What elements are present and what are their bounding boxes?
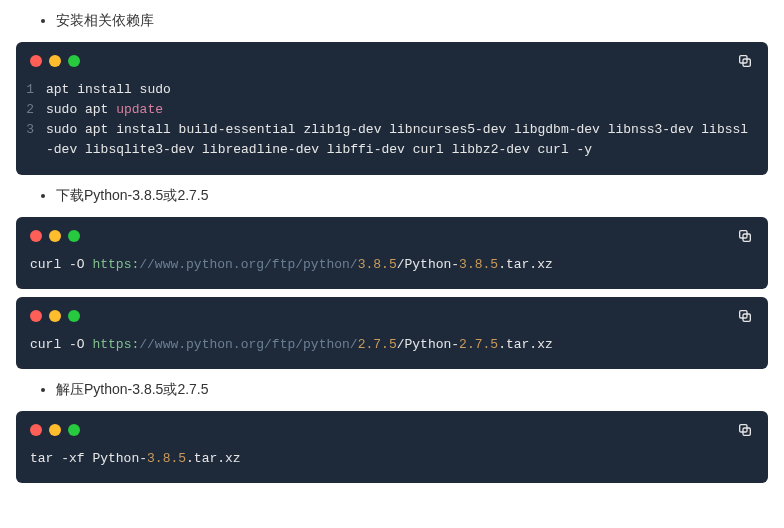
window-dot-yellow xyxy=(49,55,61,67)
bullet-item-download-python: 下载Python-3.8.5或2.7.5 xyxy=(56,187,784,205)
line-number: 3 xyxy=(16,120,46,160)
code-line: 2 sudo apt update xyxy=(16,100,768,120)
code-header xyxy=(16,42,768,74)
window-dot-yellow xyxy=(49,230,61,242)
code-body: curl -O https://www.python.org/ftp/pytho… xyxy=(16,249,768,289)
traffic-lights xyxy=(30,310,80,322)
code-text: sudo apt update xyxy=(46,100,768,120)
copy-icon[interactable] xyxy=(736,227,754,245)
code-block-curl-275: curl -O https://www.python.org/ftp/pytho… xyxy=(16,297,768,369)
line-number: 1 xyxy=(16,80,46,100)
code-block-curl-385: curl -O https://www.python.org/ftp/pytho… xyxy=(16,217,768,289)
window-dot-red xyxy=(30,424,42,436)
bullet-list: 下载Python-3.8.5或2.7.5 xyxy=(0,187,784,205)
window-dot-green xyxy=(68,230,80,242)
window-dot-yellow xyxy=(49,424,61,436)
copy-icon[interactable] xyxy=(736,307,754,325)
code-body: tar -xf Python-3.8.5.tar.xz xyxy=(16,443,768,483)
window-dot-green xyxy=(68,55,80,67)
copy-icon[interactable] xyxy=(736,52,754,70)
code-header xyxy=(16,217,768,249)
window-dot-red xyxy=(30,230,42,242)
code-block-install-deps: 1 apt install sudo 2 sudo apt update 3 s… xyxy=(16,42,768,175)
bullet-list: 安装相关依赖库 xyxy=(0,12,784,30)
window-dot-red xyxy=(30,55,42,67)
code-text: apt install sudo xyxy=(46,80,768,100)
window-dot-green xyxy=(68,424,80,436)
code-block-tar-xf: tar -xf Python-3.8.5.tar.xz xyxy=(16,411,768,483)
code-line: 3 sudo apt install build-essential zlib1… xyxy=(16,120,768,160)
copy-icon[interactable] xyxy=(736,421,754,439)
bullet-list: 解压Python-3.8.5或2.7.5 xyxy=(0,381,784,399)
traffic-lights xyxy=(30,424,80,436)
code-body: 1 apt install sudo 2 sudo apt update 3 s… xyxy=(16,74,768,175)
code-header xyxy=(16,297,768,329)
window-dot-yellow xyxy=(49,310,61,322)
traffic-lights xyxy=(30,55,80,67)
traffic-lights xyxy=(30,230,80,242)
code-body: curl -O https://www.python.org/ftp/pytho… xyxy=(16,329,768,369)
code-line: 1 apt install sudo xyxy=(16,80,768,100)
window-dot-green xyxy=(68,310,80,322)
window-dot-red xyxy=(30,310,42,322)
bullet-item-install-deps: 安装相关依赖库 xyxy=(56,12,784,30)
code-header xyxy=(16,411,768,443)
bullet-item-extract-python: 解压Python-3.8.5或2.7.5 xyxy=(56,381,784,399)
code-text: sudo apt install build-essential zlib1g-… xyxy=(46,120,768,160)
line-number: 2 xyxy=(16,100,46,120)
